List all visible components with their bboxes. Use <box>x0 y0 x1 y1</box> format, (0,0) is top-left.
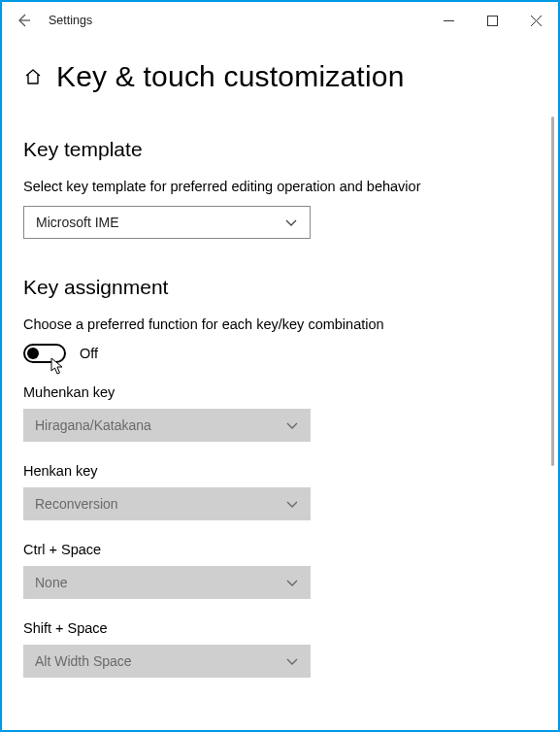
key-assignment-toggle-row: Off <box>23 344 537 363</box>
content: Key & touch customization Key template S… <box>2 39 558 730</box>
chevron-down-icon <box>285 576 299 589</box>
key-template-select[interactable]: Microsoft IME <box>23 206 311 239</box>
field-label-henkan: Henkan key <box>23 463 537 479</box>
select-value: Reconversion <box>35 496 118 512</box>
window-title: Settings <box>49 14 92 27</box>
field-shift-space: Shift + Space Alt Width Space <box>23 620 537 678</box>
chevron-down-icon <box>284 216 298 229</box>
page-title: Key & touch customization <box>56 60 405 93</box>
field-label-shift-space: Shift + Space <box>23 620 537 636</box>
section-key-template-desc: Select key template for preferred editin… <box>23 179 537 194</box>
chevron-down-icon <box>285 497 299 511</box>
field-label-ctrl-space: Ctrl + Space <box>23 542 537 557</box>
svg-rect-2 <box>488 16 498 25</box>
select-shift-space[interactable]: Alt Width Space <box>23 645 311 678</box>
select-value: None <box>35 575 67 590</box>
settings-window: Settings Key & touch customization Key t… <box>0 0 560 732</box>
field-ctrl-space: Ctrl + Space None <box>23 542 537 599</box>
field-muhenkan: Muhenkan key Hiragana/Katakana <box>23 384 537 442</box>
home-icon[interactable] <box>23 67 43 86</box>
minimize-button[interactable] <box>427 4 471 37</box>
select-henkan[interactable]: Reconversion <box>23 487 311 520</box>
scrollbar[interactable] <box>551 116 554 466</box>
close-button[interactable] <box>514 4 558 37</box>
select-value: Alt Width Space <box>35 653 132 669</box>
back-icon[interactable] <box>16 13 31 28</box>
toggle-knob <box>27 348 39 359</box>
chevron-down-icon <box>285 418 299 432</box>
page-header: Key & touch customization <box>23 39 537 101</box>
section-key-template-heading: Key template <box>23 138 537 161</box>
select-ctrl-space[interactable]: None <box>23 566 311 599</box>
select-value: Hiragana/Katakana <box>35 417 151 433</box>
field-henkan: Henkan key Reconversion <box>23 463 537 520</box>
chevron-down-icon <box>285 654 299 668</box>
select-muhenkan[interactable]: Hiragana/Katakana <box>23 409 311 442</box>
key-assignment-toggle[interactable] <box>23 344 66 363</box>
section-key-assignment-desc: Choose a preferred function for each key… <box>23 316 537 332</box>
key-template-value: Microsoft IME <box>36 215 119 230</box>
field-label-muhenkan: Muhenkan key <box>23 384 537 400</box>
titlebar: Settings <box>2 2 558 39</box>
toggle-state-label: Off <box>80 346 98 361</box>
section-key-assignment-heading: Key assignment <box>23 276 537 299</box>
maximize-button[interactable] <box>471 4 514 37</box>
